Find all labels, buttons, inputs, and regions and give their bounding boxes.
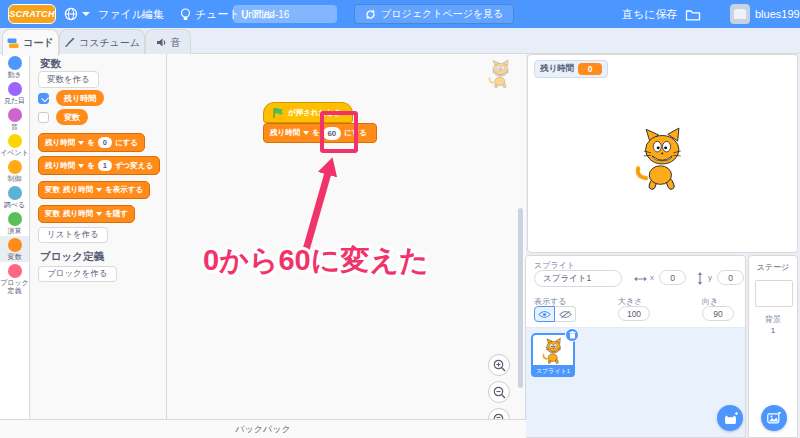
x-position-icon <box>634 275 647 283</box>
variable-monitor[interactable]: 残り時間 0 <box>534 60 608 78</box>
category-variables[interactable]: 変数 <box>0 236 29 262</box>
sprite-info: スプライト x 0 y 0 表示する <box>526 256 745 328</box>
zoom-in-icon <box>493 359 506 372</box>
green-flag-icon <box>272 107 284 119</box>
show-variable-block[interactable]: 変数 残り時間 を表示する <box>38 181 150 199</box>
svg-text:0から60に変えた: 0から60に変えた <box>203 244 429 276</box>
save-now-button[interactable]: 直ちに保存 <box>622 0 678 28</box>
value-input[interactable]: 0 <box>98 137 112 148</box>
category-events[interactable]: イベント <box>0 132 29 158</box>
my-stuff-button[interactable] <box>685 0 701 28</box>
make-list-button[interactable]: リストを作る <box>38 227 108 243</box>
dropdown-arrow-icon <box>96 212 102 216</box>
variable-reporter[interactable]: 残り時間 <box>56 90 104 106</box>
y-position-icon <box>696 272 704 285</box>
menu-edit[interactable]: 編集 <box>142 0 164 28</box>
trash-icon <box>569 331 576 339</box>
category-looks[interactable]: 見た目 <box>0 80 29 106</box>
stage-title: ステージ <box>749 262 797 273</box>
code-workspace[interactable]: が押されたとき 残り時間 を 60 にする 0から60に変えた <box>167 54 526 419</box>
hide-sprite-button[interactable] <box>555 306 576 322</box>
y-label: y <box>708 273 712 282</box>
sprite-card-name: スプライト1 <box>531 365 575 377</box>
add-sprite-button[interactable] <box>717 405 743 431</box>
y-position-field[interactable]: 0 <box>717 270 744 285</box>
tab-strip: コード コスチューム 音 <box>0 28 800 54</box>
stage-selector[interactable]: ステージ 背景 1 <box>748 255 798 438</box>
size-field[interactable]: 100 <box>618 306 650 321</box>
chevron-down-icon <box>82 12 90 16</box>
delete-sprite-button[interactable] <box>565 328 579 342</box>
direction-field[interactable]: 90 <box>702 306 734 321</box>
category-control[interactable]: 制御 <box>0 158 29 184</box>
hide-variable-block[interactable]: 変数 残り時間 を隠す <box>38 205 135 223</box>
menu-file[interactable]: ファイル <box>98 0 143 28</box>
variable-visibility-checkbox[interactable] <box>38 112 49 123</box>
stage[interactable]: 残り時間 0 <box>527 54 798 253</box>
see-project-page-button[interactable]: プロジェクトページを見る <box>354 4 514 24</box>
x-label: x <box>650 273 654 282</box>
backdrops-count: 1 <box>749 326 797 335</box>
variables-section-header: 変数 <box>40 57 61 71</box>
lightbulb-icon <box>180 8 191 21</box>
remix-arrows-icon <box>365 9 376 20</box>
set-variable-block[interactable]: 残り時間 を 0 にする <box>38 133 145 152</box>
category-sensing[interactable]: 調べる <box>0 184 29 210</box>
eye-slash-icon <box>559 310 572 319</box>
category-myblocks[interactable]: ブロック定義 <box>0 262 29 296</box>
zoom-out-icon <box>493 386 506 399</box>
events-dot-icon <box>8 134 22 148</box>
cat-sprite[interactable] <box>630 125 692 193</box>
add-backdrop-icon <box>767 412 781 424</box>
x-position-field[interactable]: 0 <box>659 270 686 285</box>
sprite-list-item-selected[interactable]: スプライト1 <box>531 333 575 377</box>
block-categories: 動き 見た目 音 イベント 制御 調べる 演算 変数 ブロック定義 <box>0 54 30 419</box>
paintbrush-icon <box>64 37 75 48</box>
annotation-highlight-box <box>320 111 358 153</box>
variable-reporter[interactable]: 変数 <box>56 109 88 125</box>
make-variable-button[interactable]: 変数を作る <box>38 71 99 88</box>
sprite-name-input[interactable] <box>534 270 622 287</box>
sensing-dot-icon <box>8 186 22 200</box>
scratch-editor: SCRATCH ファイル 編集 チュートリアル <box>0 0 800 438</box>
dropdown-arrow-icon <box>78 141 84 145</box>
scratch-logo[interactable]: SCRATCH <box>8 4 56 24</box>
category-sound[interactable]: 音 <box>0 106 29 132</box>
category-operators[interactable]: 演算 <box>0 210 29 236</box>
project-name-input[interactable] <box>233 5 337 23</box>
category-motion[interactable]: 動き <box>0 54 29 80</box>
account-menu[interactable]: blues1997 <box>755 0 800 28</box>
zoom-reset-button[interactable] <box>488 408 510 419</box>
tab-sounds[interactable]: 音 <box>145 29 191 55</box>
dropdown-arrow-icon <box>303 131 309 135</box>
tab-costumes[interactable]: コスチューム <box>59 29 145 55</box>
sprite-thumbnail <box>540 337 566 365</box>
sound-dot-icon <box>8 108 22 122</box>
avatar[interactable] <box>730 4 750 24</box>
backdrops-label: 背景 <box>749 314 797 325</box>
zoom-in-button[interactable] <box>488 354 510 376</box>
myblocks-section-header: ブロック定義 <box>40 250 104 264</box>
globe-icon <box>64 7 78 21</box>
dropdown-arrow-icon <box>78 164 84 168</box>
change-variable-block[interactable]: 残り時間 を 1 ずつ変える <box>38 156 160 175</box>
top-menu-bar: SCRATCH ファイル 編集 チュートリアル <box>0 0 800 28</box>
language-selector[interactable] <box>64 0 90 28</box>
make-block-button[interactable]: ブロックを作る <box>38 266 117 282</box>
variable-visibility-checkbox-checked[interactable] <box>38 93 49 104</box>
zoom-out-button[interactable] <box>488 381 510 403</box>
value-input[interactable]: 1 <box>98 160 112 171</box>
workspace-scrollbar[interactable] <box>518 208 523 388</box>
show-sprite-button[interactable] <box>534 306 555 322</box>
operators-dot-icon <box>8 212 22 226</box>
backpack-bar[interactable]: バックパック <box>0 419 526 438</box>
add-sprite-cat-icon <box>723 412 738 425</box>
dropdown-arrow-icon <box>96 188 102 192</box>
cat-watermark-icon <box>486 56 514 92</box>
myblocks-dot-icon <box>8 264 22 278</box>
stage-thumbnail[interactable] <box>755 280 793 307</box>
eye-icon <box>538 310 551 319</box>
annotation-text: 0から60に変えた <box>193 236 473 282</box>
add-backdrop-button[interactable] <box>761 405 787 431</box>
tab-code[interactable]: コード <box>2 29 59 56</box>
